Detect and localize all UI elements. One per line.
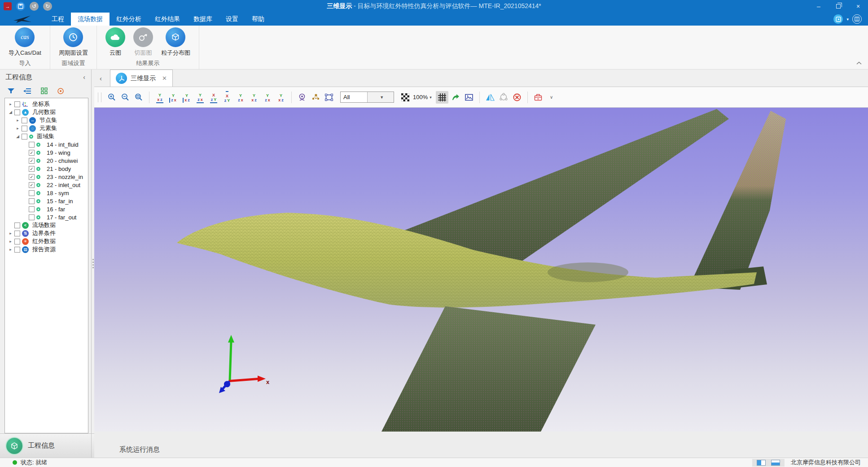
export-arrow-icon[interactable]: [449, 91, 462, 104]
camera-icon[interactable]: [296, 91, 308, 104]
ribbon-collapse-icon[interactable]: [856, 60, 862, 66]
menu-ir-results[interactable]: 红外结果: [148, 13, 187, 26]
checkbox[interactable]: [22, 126, 27, 131]
zoom-in-icon[interactable]: [105, 91, 118, 104]
tree-face-far-out[interactable]: 17 - far_out: [5, 213, 88, 221]
cloud-outline-icon[interactable]: [497, 91, 510, 104]
layout-left-icon[interactable]: [757, 460, 766, 466]
expander-icon[interactable]: ▸: [8, 247, 13, 252]
menu-ir-analysis[interactable]: 红外分析: [110, 13, 148, 26]
checkbox[interactable]: [29, 190, 35, 196]
menu-database[interactable]: 数据库: [187, 13, 219, 26]
minimize-button[interactable]: –: [809, 0, 829, 13]
expander-icon[interactable]: ◢: [8, 110, 13, 114]
contour-button[interactable]: 云图: [102, 27, 128, 57]
view-iso-3-icon[interactable]: Yzx: [261, 91, 274, 104]
remove-icon[interactable]: [511, 91, 523, 104]
panel-splitter[interactable]: [91, 70, 94, 458]
viewport-3d[interactable]: x: [94, 107, 868, 432]
project-info-footer[interactable]: 工程信息: [0, 433, 94, 458]
tree-node-set[interactable]: ▸↔节点集: [5, 116, 88, 124]
zoom-level-dropdown[interactable]: 100%▾: [413, 94, 432, 100]
checkbox[interactable]: ✓: [29, 150, 35, 156]
checkbox[interactable]: [14, 247, 20, 253]
tree-report-resources[interactable]: ▸▤报告资源: [5, 245, 88, 253]
locate-target-icon[interactable]: [56, 87, 65, 96]
display-filter-select[interactable]: All▼: [340, 92, 394, 103]
checkbox[interactable]: ✓: [29, 158, 35, 164]
menu-project[interactable]: 工程: [45, 13, 71, 26]
checkbox[interactable]: [14, 239, 20, 244]
checkbox[interactable]: [14, 223, 20, 228]
tree-face-wing[interactable]: ✓19 - wing: [5, 148, 88, 157]
help-book-icon[interactable]: [852, 14, 862, 24]
tree-face-sym[interactable]: 18 - sym: [5, 189, 88, 197]
menu-settings[interactable]: 设置: [219, 13, 245, 26]
expander-icon[interactable]: ▸: [8, 231, 13, 236]
menu-flow-data[interactable]: 流场数据: [71, 13, 110, 26]
view-bottom-icon[interactable]: XzY: [221, 91, 233, 104]
tree-face-set[interactable]: ◢面域集: [5, 132, 88, 140]
view-top-icon[interactable]: XzY: [207, 91, 220, 104]
expander-icon[interactable]: ▸: [15, 126, 21, 131]
view-front-icon[interactable]: Yxz: [153, 91, 166, 104]
checkbox[interactable]: [29, 198, 35, 204]
save-view-icon[interactable]: [532, 91, 544, 104]
menu-help[interactable]: 帮助: [245, 13, 271, 26]
import-cas-dat-button[interactable]: cas导入Cas/Dat: [5, 27, 44, 57]
tree-face-body[interactable]: ✓21 - body: [5, 165, 88, 173]
tree-face-chuiwei[interactable]: ✓20 - chuiwei: [5, 157, 88, 165]
checkbox[interactable]: [14, 231, 20, 236]
tab-3d-view[interactable]: 三维显示 ✕: [110, 70, 173, 87]
combo-arrow-icon[interactable]: ▼: [367, 92, 394, 102]
undo-icon[interactable]: ↺: [30, 2, 39, 11]
tree-infrared-data[interactable]: ▸✳红外数据: [5, 237, 88, 245]
checkbox[interactable]: [29, 214, 35, 220]
checkbox[interactable]: [29, 142, 35, 148]
maximize-button[interactable]: [829, 0, 848, 13]
box-select-icon[interactable]: [323, 91, 335, 104]
view-back-icon[interactable]: Yzx: [167, 91, 180, 104]
tree-face-int-fluid[interactable]: 14 - int_fluid: [5, 140, 88, 148]
tree-face-far[interactable]: 16 - far: [5, 205, 88, 213]
outline-list-icon[interactable]: [23, 87, 32, 96]
tree-flow-data[interactable]: <流场数据: [5, 221, 88, 229]
tree-face-nozzle-in[interactable]: ✓23 - nozzle_in: [5, 173, 88, 181]
view-iso-4-icon[interactable]: Yxz: [275, 91, 287, 104]
checkbox[interactable]: [14, 109, 20, 115]
checkbox[interactable]: ✓: [29, 182, 35, 188]
checkbox[interactable]: ✓: [29, 174, 35, 180]
tab-close-icon[interactable]: ✕: [162, 75, 167, 82]
redo-icon[interactable]: ↻: [43, 2, 52, 11]
grid-view-icon[interactable]: [39, 87, 48, 96]
tree-face-inlet-out[interactable]: ✓22 - inlet_out: [5, 181, 88, 189]
app-badge-icon[interactable]: →: [4, 2, 12, 10]
view-left-icon[interactable]: Yxz: [180, 91, 193, 104]
tab-scroll-left-icon[interactable]: ‹: [100, 74, 102, 82]
view-right-icon[interactable]: Yzx: [194, 91, 206, 104]
expander-icon[interactable]: ▸: [8, 239, 13, 244]
quick-view-icon[interactable]: [833, 14, 843, 24]
tree-element-set[interactable]: ▸◌元素集: [5, 124, 88, 132]
tree-geometry-data[interactable]: ◢▲几何数据: [5, 108, 88, 116]
checkbox[interactable]: [14, 101, 20, 107]
particles-icon[interactable]: [309, 91, 322, 104]
checkbox[interactable]: ✓: [29, 166, 35, 172]
system-message-panel[interactable]: 系统运行消息: [94, 432, 868, 458]
checkbox[interactable]: [22, 134, 27, 140]
checkbox[interactable]: [29, 206, 35, 212]
save-view-caret-icon[interactable]: ∨: [545, 91, 558, 104]
save-icon[interactable]: [16, 2, 25, 11]
dropdown-caret-icon[interactable]: ▾: [846, 17, 849, 22]
mirror-icon[interactable]: [484, 91, 496, 104]
zoom-out-icon[interactable]: [119, 91, 132, 104]
expander-icon[interactable]: ▸: [15, 118, 21, 122]
close-button[interactable]: ×: [848, 0, 868, 13]
view-iso-1-icon[interactable]: Yzx: [234, 91, 247, 104]
tree-boundary-conditions[interactable]: ▸⇅边界条件: [5, 229, 88, 237]
snapshot-icon[interactable]: [463, 91, 475, 104]
panel-collapse-icon[interactable]: ‹: [83, 74, 85, 81]
particle-distribution-button[interactable]: 粒子分布图: [158, 27, 193, 57]
checkbox[interactable]: [22, 118, 27, 123]
toolbar-grip[interactable]: [98, 92, 101, 102]
